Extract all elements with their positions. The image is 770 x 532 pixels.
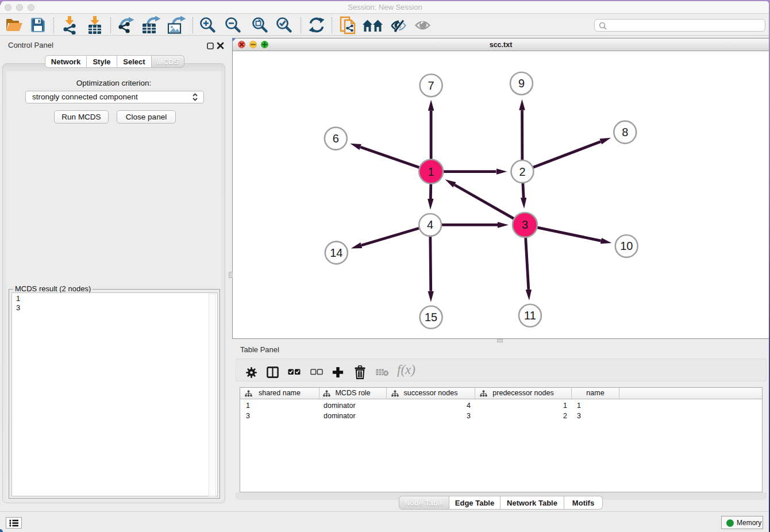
svg-text:6: 6 [333,132,339,145]
svg-text:14: 14 [330,246,342,259]
svg-text:2: 2 [519,165,525,178]
svg-text:10: 10 [620,240,633,252]
svg-text:3: 3 [522,218,528,231]
svg-text:15: 15 [425,311,437,323]
svg-text:8: 8 [622,126,628,138]
svg-text:7: 7 [428,79,434,92]
svg-text:4: 4 [427,218,433,231]
svg-text:11: 11 [524,309,536,322]
svg-text:9: 9 [518,77,525,90]
svg-text:1: 1 [428,165,434,178]
